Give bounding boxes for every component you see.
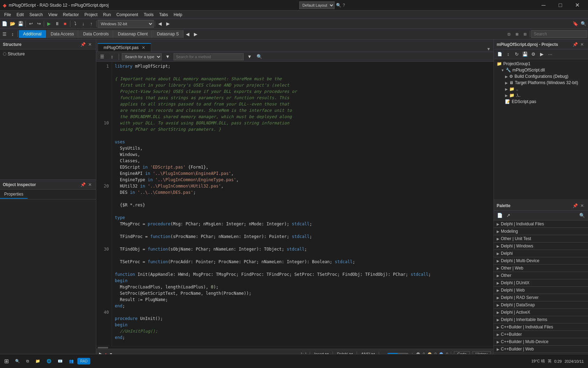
step-into-btn[interactable]: ↓ [79,20,87,28]
start-button[interactable]: ⊞ [1,356,12,366]
tab-data-controls[interactable]: Data Controls [79,30,113,38]
tab-scroll-left[interactable]: ◀ [184,30,191,38]
palette-item-delphi-windows[interactable]: ▶ Delphi | Windows [494,243,588,250]
close-button[interactable]: ✕ [569,0,585,11]
palette-item-cpp-multi-device[interactable]: ▶ C++Builder | Multi-Device [494,338,588,346]
palette-item-delphi-rad-server[interactable]: ▶ Delphi | RAD Server [494,294,588,301]
method-search-icon[interactable]: ▼ [246,53,253,61]
find-btn[interactable]: 🔍 [580,20,587,28]
menu-component[interactable]: Component [114,12,141,18]
file-explorer-btn[interactable]: 📁 [33,357,43,365]
proj-options-btn[interactable]: ⚙ [530,50,537,58]
tab-datasnap-s[interactable]: Datasnap S [153,30,183,38]
palette-item-other-unit-test[interactable]: ▶ Other | Unit Test [494,235,588,243]
palette-item-delphi-multi-device[interactable]: ▶ Delphi | Multi-Device [494,257,588,265]
step-over-btn[interactable]: ⤵ [71,20,79,28]
menu-tabs[interactable]: Tabs [156,12,171,18]
code-content[interactable]: library mPlugOfScript; { Important note … [112,62,493,346]
structure-tree-item[interactable]: ⬡ Structure [1,51,94,57]
search-taskbar-btn[interactable]: 🔍 [12,357,23,365]
minimize-button[interactable]: ─ [536,0,552,11]
menu-project[interactable]: Project [82,12,100,18]
palette-search-icon[interactable]: 🔍 [578,212,586,219]
palette-view-mode[interactable]: 📄 [496,212,504,219]
target-platform-dropdown[interactable]: Windows 32-bit [98,20,154,28]
proj-expand-btn[interactable]: ▶ [538,50,546,58]
new-btn[interactable]: 📄 [1,20,8,28]
proj-folder1[interactable]: ▶ 📁 .. [495,86,587,92]
rad-studio-btn[interactable]: RAD [77,358,90,364]
undo-btn[interactable]: ↩ [27,20,35,28]
method-search-input[interactable] [174,53,244,60]
save-btn[interactable]: 💾 [17,20,24,28]
palette-item-other-web[interactable]: ▶ Other | Web [494,265,588,272]
open-btn[interactable]: 📂 [9,20,16,28]
structure-pin-btn[interactable]: 📌 [80,41,86,48]
palette-item-cpp-files[interactable]: ▶ C++Builder | Individual Files [494,323,588,331]
palette-item-delphi-web[interactable]: ▶ Delphi | Web [494,287,588,294]
palette-close-btn[interactable]: ✕ [579,203,585,209]
palette-item-delphi-activex[interactable]: ▶ Delphi | ActiveX [494,309,588,316]
oi-close-btn[interactable]: ✕ [87,182,93,188]
redo-btn[interactable]: ↪ [35,20,43,28]
teams-btn[interactable]: 👥 [66,357,77,365]
proj-save-btn[interactable]: 💾 [521,50,529,58]
proj-target-platform[interactable]: ▶ 🖥 Target Platforms (Windows 32-bit) [495,80,587,86]
palette-view-btn[interactable]: ☰ [1,30,8,38]
proj-more-btn[interactable]: ··· [546,50,554,58]
hscroll-thumb[interactable] [98,347,108,348]
proj-group[interactable]: 📁 ProjectGroup1 [495,61,587,67]
task-view-btn[interactable]: ⧉ [23,357,32,365]
stop-btn[interactable]: ■ [61,20,69,28]
step-out-btn[interactable]: ↑ [88,20,95,28]
comp1[interactable]: ⊡ [505,30,513,38]
outlook-btn[interactable]: 📧 [55,357,65,365]
type-search-icon[interactable]: ▼ [164,53,172,61]
menu-help[interactable]: Help [171,12,185,18]
structure-close-btn[interactable]: ✕ [87,41,93,48]
proj-edscript[interactable]: 📝 EDScript.pas [495,98,587,105]
tab-datasnap-client[interactable]: Datasnap Client [114,30,152,38]
menu-run[interactable]: Run [100,12,114,18]
editor-nav-btn[interactable]: ↕ [108,53,116,61]
palette-nav-btn[interactable]: ↕ [9,30,16,38]
proj-new-btn[interactable]: 📄 [496,50,504,58]
proj-refresh-btn[interactable]: ↻ [513,50,520,58]
editor-collapse-btn[interactable]: ▼ [484,47,493,52]
proj-build-config[interactable]: ▶ ⚙ Build Configurations (Debug) [495,73,587,80]
comp2[interactable]: ⊞ [513,30,521,38]
bookmark-btn[interactable]: 🔖 [572,20,579,28]
palette-item-delphi-files[interactable]: ▶ Delphi | Individual Files [494,220,588,228]
palette-item-cpp[interactable]: ▶ C++Builder [494,331,588,338]
menu-view[interactable]: View [46,12,60,18]
layout-dropdown[interactable]: Default Layout [299,1,335,9]
palette-item-cpp-web[interactable]: ▶ C++Builder | Web [494,346,588,353]
tab-scroll-right[interactable]: ▶ [192,30,200,38]
editor-view-btn[interactable]: ☰ [98,53,106,61]
nav-back-btn[interactable]: ◀ [156,20,164,28]
edge-btn[interactable]: 🌐 [44,357,54,365]
tab-additional[interactable]: Additional [19,30,46,38]
comp3[interactable]: ⊟ [521,30,529,38]
proj-nav-btn[interactable]: ↕ [504,50,512,58]
editor-tab-main[interactable]: mPlugOfScript.pas ✕ [98,43,151,52]
oi-properties-tab[interactable]: Properties [0,190,28,199]
editor-hscroll[interactable] [96,346,493,349]
palette-item-modeling[interactable]: ▶ Modeling [494,228,588,235]
editor-tab-close[interactable]: ✕ [142,45,145,50]
search-btn[interactable]: 🔍 [255,53,263,61]
palette-item-other[interactable]: ▶ Other [494,272,588,279]
projects-close-btn[interactable]: ✕ [579,41,585,48]
menu-refactor[interactable]: Refactor [60,12,82,18]
proj-folder2[interactable]: ▶ 📁 .\.. [495,92,587,98]
palette-item-delphi-datasnap[interactable]: ▶ Delphi | DataSnap [494,301,588,309]
nav-fwd-btn[interactable]: ▶ [164,20,172,28]
menu-tools[interactable]: Tools [141,12,156,18]
palette-item-delphi-inheritable[interactable]: ▶ Delphi | Inheritable Items [494,316,588,323]
menu-search[interactable]: Search [27,12,46,18]
tab-data-access[interactable]: Data Access [47,30,79,38]
menu-file[interactable]: File [1,12,14,18]
palette-arrow[interactable]: ↗ [504,212,512,219]
palette-item-delphi[interactable]: ▶ Delphi [494,250,588,257]
proj-dll[interactable]: ▼ 🔧 mPlugOfScript.dll [495,67,587,73]
